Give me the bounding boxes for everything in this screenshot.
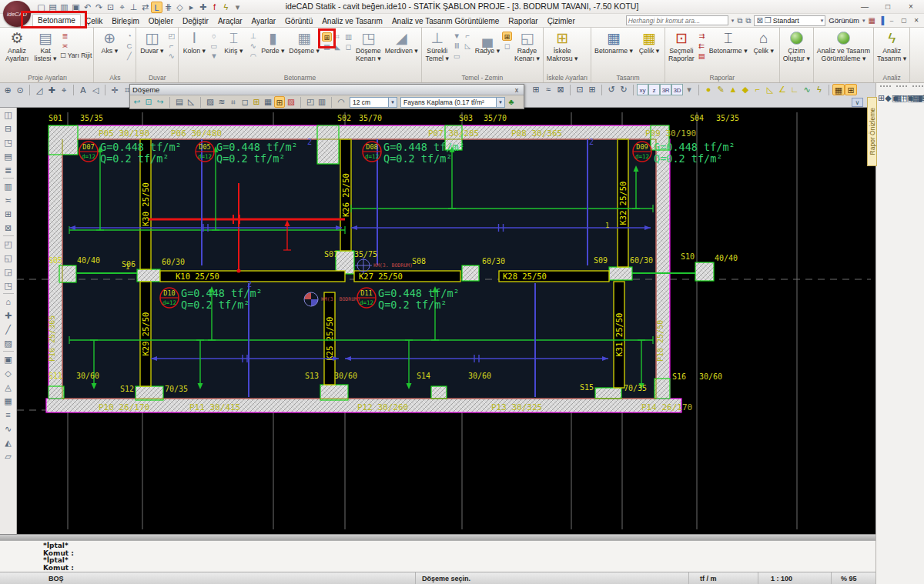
ribbon-button-döşeme[interactable]: ▦Döşeme ▾ <box>287 28 321 56</box>
doseme-panel-close-icon[interactable]: x <box>512 86 521 94</box>
tool-icon[interactable]: f <box>209 2 220 13</box>
tab-g-r-nt-[interactable]: Görüntü <box>280 15 317 27</box>
tool-icon[interactable]: ▦ <box>1 394 16 408</box>
mini-icon[interactable]: ○ <box>209 32 219 41</box>
ribbon-button-radye[interactable]: ▄Radye ▾ <box>474 28 501 56</box>
mini-icon[interactable]: Ⅲ <box>452 42 462 51</box>
ribbon-button-merdiven[interactable]: ◢Merdiven ▾ <box>383 28 420 56</box>
tool-icon[interactable]: ⊠ <box>554 84 567 95</box>
tool-icon[interactable]: ▤ <box>47 2 59 13</box>
mini-icon[interactable]: ⌐ <box>166 42 176 51</box>
tool-icon[interactable]: ⊡ <box>105 2 116 13</box>
tool-icon[interactable]: ∿ <box>801 84 813 95</box>
ribbon-button-analiz-ayarları[interactable]: ⚙AnalizAyarları <box>3 28 31 63</box>
tool-icon[interactable]: ∟ <box>788 84 801 95</box>
tool-icon[interactable]: ◳ <box>1 135 16 149</box>
tool-icon[interactable]: ▤ <box>174 96 185 108</box>
tool-icon[interactable]: ● <box>702 84 715 95</box>
mini-icon[interactable]: ⇇ <box>697 42 707 51</box>
tool-icon[interactable]: ✛ <box>109 85 121 96</box>
command-console[interactable]: *İptal*Komut :*İptal*Komut : <box>0 540 875 572</box>
tab-birle-im[interactable]: Birleşim <box>107 15 144 27</box>
ribbon-button-çizim-oluştur[interactable]: ÇizimOluştur ▾ <box>782 28 812 63</box>
tool-icon[interactable]: ╱ <box>1 322 16 336</box>
tool-icon[interactable]: ⌐ <box>752 84 764 95</box>
tool-icon[interactable]: ⇄ <box>139 2 151 13</box>
tool-icon[interactable]: ▤ <box>1 149 16 163</box>
tool-icon[interactable]: ◻ <box>239 96 250 108</box>
tool-icon[interactable]: ▥ <box>59 2 70 13</box>
tool-icon[interactable]: ↪ <box>155 96 166 108</box>
drag-handle[interactable] <box>896 85 907 89</box>
mini-icon[interactable]: ◔ <box>124 32 134 41</box>
tool-icon[interactable]: ▨ <box>286 96 296 108</box>
palette-icon[interactable]: ◳ <box>910 93 918 102</box>
tool-icon[interactable]: ▦ <box>832 84 845 95</box>
ribbon-button-çelik[interactable]: ▦Çelik ▾ <box>635 28 663 56</box>
tool-icon[interactable]: L <box>151 2 162 13</box>
tool-icon[interactable]: ⊡ <box>143 96 154 108</box>
tool-icon[interactable]: ⊙ <box>14 85 26 96</box>
mini-icon[interactable]: ▦ <box>322 42 332 52</box>
mini-icon[interactable]: ≣ <box>60 32 70 41</box>
palette-icon[interactable]: ◆ <box>885 93 891 102</box>
drawing-canvas[interactable]: K10 25/50K27 25/50K28 25/50K30 25/50K26 … <box>0 108 924 534</box>
status-zoom[interactable]: % 95 <box>832 572 875 584</box>
mini-icon[interactable]: ≍ <box>60 42 70 51</box>
tool-icon[interactable]: ▾ <box>683 84 695 95</box>
tool-icon[interactable]: 3D <box>671 84 683 95</box>
mini-icon[interactable]: ▭ <box>209 42 219 51</box>
tab-ayarlar[interactable]: Ayarlar <box>247 15 281 27</box>
tab-raporlar[interactable]: Raporlar <box>504 15 542 27</box>
yari-rijit-checkbox[interactable]: ☐ Yarı Rijit <box>60 52 92 59</box>
ribbon-button-analiz ve tasarım-görüntüleme[interactable]: Analiz ve TasarımGörüntüleme ▾ <box>815 28 872 63</box>
tool-icon[interactable]: ⊠ <box>1 221 16 235</box>
gorunum-menu[interactable]: Görünüm <box>829 16 859 25</box>
tool-icon[interactable]: ↻ <box>618 84 630 95</box>
tool-icon[interactable]: 3R <box>660 84 671 95</box>
mini-icon[interactable]: ⊥ <box>248 32 258 41</box>
tool-icon[interactable]: ▣ <box>1 352 16 366</box>
tool-icon[interactable]: ≡ <box>1 408 16 422</box>
tool-icon[interactable]: ϟ <box>220 2 232 13</box>
mini-icon[interactable]: C <box>124 42 134 51</box>
tool-icon[interactable]: A <box>77 85 89 96</box>
tool-icon[interactable]: ⊟ <box>1 122 16 135</box>
layers2-icon[interactable]: ⧉ <box>745 16 751 25</box>
tab-de-i-tir[interactable]: Değiştir <box>178 15 213 27</box>
tab-objeler[interactable]: Objeler <box>144 15 178 27</box>
drag-handle[interactable] <box>912 85 923 89</box>
tool-icon[interactable]: xy <box>637 84 648 95</box>
covering-caret-icon[interactable]: ▼ <box>496 98 504 107</box>
tool-icon[interactable]: ▲ <box>727 84 739 95</box>
tool-icon[interactable]: ≋ <box>216 96 227 108</box>
mini-icon[interactable]: ◠ <box>248 52 258 61</box>
ribbon-button-radye-kenarı[interactable]: ◱RadyeKenarı ▾ <box>513 28 541 63</box>
ribbon-button-seçmeli-raporlar[interactable]: ⊡SeçmeliRaporlar <box>667 28 696 63</box>
status-scale[interactable]: 1 : 100 <box>758 572 832 584</box>
tool-icon[interactable]: ≣ <box>1 163 16 177</box>
tool-icon[interactable]: ◬ <box>1 380 16 394</box>
tab-ara-lar[interactable]: Araçlar <box>213 15 247 27</box>
material-icon[interactable]: ♣ <box>506 96 517 108</box>
ribbon-button-döşeme-kenarı[interactable]: ◳DöşemeKenarı ▾ <box>354 28 383 63</box>
tool-icon[interactable]: z <box>648 84 660 95</box>
tool-icon[interactable]: ◿ <box>33 85 45 96</box>
mini-icon[interactable]: ∿ <box>248 42 258 51</box>
tool-icon[interactable]: ⌂ <box>1 295 16 309</box>
ribbon-button-i̇skele-makrosu[interactable]: ⊞İskeleMakrosu ▾ <box>545 28 580 63</box>
tool-icon[interactable]: ◰ <box>305 96 316 108</box>
display-settings-icon[interactable]: ▦ <box>868 16 875 25</box>
tool-icon[interactable]: ▣ <box>70 2 82 13</box>
tool-icon[interactable]: ⊞ <box>1 207 16 221</box>
tool-icon[interactable]: ✚ <box>45 85 58 96</box>
covering-combo[interactable]: Fayans Kaplama (0.17 tf/m² ▼ <box>400 97 505 108</box>
tool-icon[interactable]: ⊞ <box>274 96 285 108</box>
tool-icon[interactable]: ✎ <box>715 84 727 95</box>
tool-icon[interactable]: ▥ <box>1 179 16 193</box>
tool-icon[interactable]: ≈ <box>542 84 554 95</box>
tool-icon[interactable]: ⋕ <box>162 2 174 13</box>
doseme-panel-titlebar[interactable]: Döşeme x <box>130 85 524 95</box>
mini-icon[interactable]: ◻ <box>502 42 512 51</box>
slab-thickness-combo[interactable]: 12 cm ▼ <box>350 97 397 108</box>
